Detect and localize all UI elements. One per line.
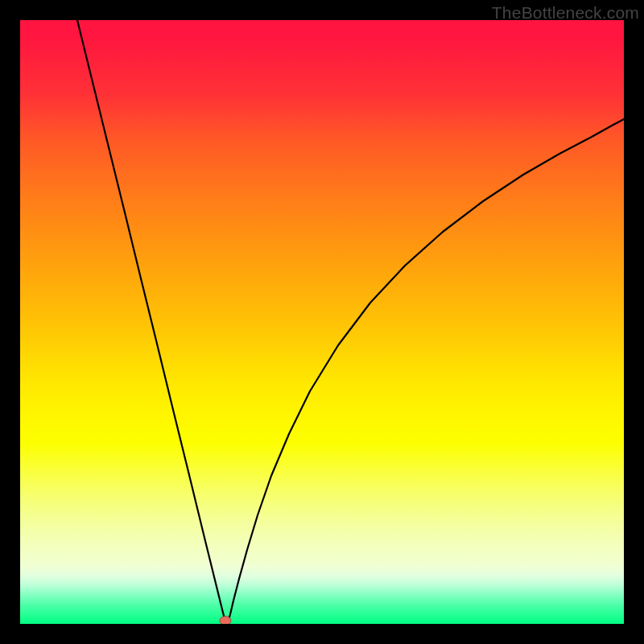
curve-right-branch [227, 119, 624, 624]
watermark-label: TheBottleneck.com [492, 3, 639, 23]
curve-left-branch [77, 20, 227, 624]
chart-container: TheBottleneck.com [0, 0, 644, 644]
chart-svg [20, 20, 624, 624]
minimum-marker [220, 617, 231, 625]
